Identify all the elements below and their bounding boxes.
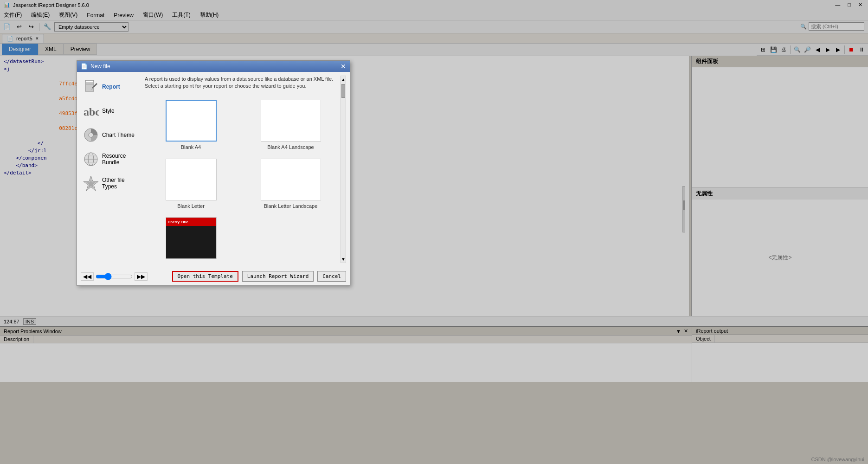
colored-template-preview[interactable]: Cherry Title [166,217,217,259]
template-blank-letter-landscape[interactable]: Blank Letter Landscape [244,159,337,210]
template-grid: Blank A4 Blank A4 Landscape Blank Letter [145,100,337,263]
colored-template-header-text: Cherry Title [168,220,188,224]
resource-bundle-icon [83,151,99,168]
report-icon [83,78,99,95]
dialog-title-bar: 📄 New file ✕ [77,61,350,72]
sidebar-nav-chart-theme-label: Chart Theme [102,132,135,138]
dialog-scroll-thumb[interactable] [341,84,345,98]
svg-point-8 [89,133,93,137]
dialog-footer: ◀◀ ▶▶ Open this Template Launch Report W… [77,267,350,285]
blank-letter-label: Blank Letter [177,203,205,209]
dialog-scrollbar[interactable]: ▲ ▼ [341,76,346,263]
svg-rect-1 [86,81,93,82]
other-file-types-icon [83,175,99,192]
dialog-sidebar: Report abc Style [81,76,141,263]
footer-buttons: Open this Template Launch Report Wizard … [172,271,346,282]
dialog-content: A report is used to display values from … [145,76,337,263]
sidebar-nav-style[interactable]: abc Style [81,100,141,122]
sidebar-nav-chart-theme[interactable]: Chart Theme [81,124,141,146]
open-template-button[interactable]: Open this Template [172,271,238,282]
footer-scroll-left[interactable]: ◀◀ [81,272,94,281]
template-colored[interactable]: Cherry Title [145,217,237,263]
colored-template-body [166,226,216,259]
footer-left: ◀◀ ▶▶ [81,272,148,281]
blank-a4-preview[interactable] [166,100,217,142]
blank-letter-preview[interactable] [166,159,217,200]
template-blank-a4-landscape[interactable]: Blank A4 Landscape [244,100,337,151]
dialog-overlay: 📄 New file ✕ [0,0,868,464]
sidebar-nav-resource-bundle[interactable]: Resource Bundle [81,148,141,170]
svg-text:abc: abc [84,106,99,118]
sidebar-nav-other[interactable]: Other file Types [81,172,141,194]
sidebar-nav-other-label: Other file Types [102,177,139,190]
chart-theme-icon [83,127,99,143]
colored-template-header: Cherry Title [166,218,216,226]
cancel-button[interactable]: Cancel [317,271,346,282]
style-icon: abc [83,103,99,119]
dialog-title-text: New file [90,63,110,70]
sidebar-nav-report-label: Report [102,84,120,90]
blank-letter-landscape-preview[interactable] [261,159,321,200]
dialog-description: A report is used to display values from … [145,76,337,94]
dialog-description-text: A report is used to display values from … [145,76,333,89]
dialog-icon: 📄 [81,63,88,70]
blank-a4-label: Blank A4 [181,144,201,150]
launch-wizard-button[interactable]: Launch Report Wizard [242,271,314,282]
footer-slider[interactable] [96,274,133,279]
blank-a4-landscape-label: Blank A4 Landscape [267,144,314,150]
scroll-up-btn[interactable]: ▲ [340,76,347,83]
blank-a4-landscape-preview[interactable] [261,100,321,142]
scroll-down-btn[interactable]: ▼ [340,256,347,263]
blank-letter-landscape-label: Blank Letter Landscape [264,203,318,209]
footer-scroll-right[interactable]: ▶▶ [135,272,148,281]
dialog-close-button[interactable]: ✕ [341,63,346,70]
template-blank-a4[interactable]: Blank A4 [145,100,237,151]
new-file-dialog: 📄 New file ✕ [77,60,350,286]
sidebar-nav-resource-bundle-label: Resource Bundle [102,153,139,166]
dialog-body: Report abc Style [77,72,350,267]
sidebar-nav-report[interactable]: Report [81,76,141,98]
template-blank-letter[interactable]: Blank Letter [145,159,237,210]
sidebar-nav-style-label: Style [102,108,115,114]
